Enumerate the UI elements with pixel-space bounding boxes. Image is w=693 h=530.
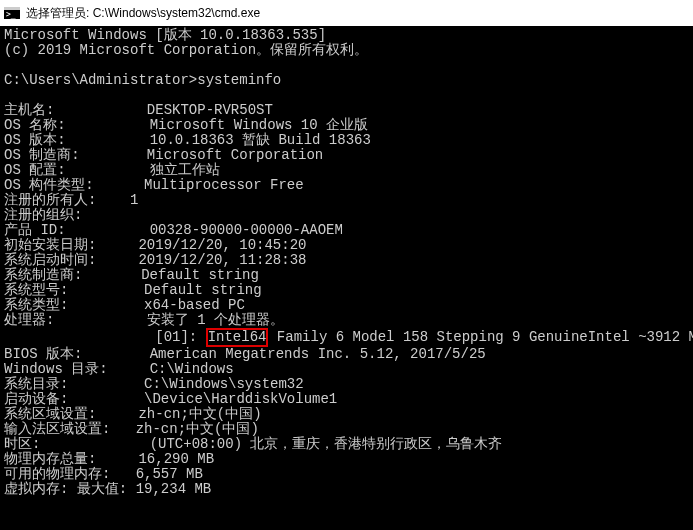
title-text: 管理员: C:\Windows\system32\cmd.exe: [50, 5, 260, 22]
cmd-icon: >_: [4, 7, 20, 19]
value-bios: American Megatrends Inc. 5.12, 2017/5/25: [150, 346, 486, 362]
window-titlebar[interactable]: >_ 选择 管理员: C:\Windows\system32\cmd.exe: [0, 0, 693, 26]
value-pid: 00328-90000-00000-AAOEM: [150, 222, 343, 238]
label-sysdir: 系统目录:: [4, 376, 68, 392]
label-syslocale: 系统区域设置:: [4, 406, 96, 422]
label-memavail: 可用的物理内存:: [4, 466, 110, 482]
label-install: 初始安装日期:: [4, 237, 96, 253]
banner-line-2: (c) 2019 Microsoft Corporation。保留所有权利。: [4, 42, 368, 58]
label-vmemmax: 虚拟内存: 最大值:: [4, 481, 127, 497]
value-install: 2019/12/20, 10:45:20: [138, 237, 306, 253]
value-oscfg: 独立工作站: [150, 162, 220, 178]
value-systype: x64-based PC: [144, 297, 245, 313]
value-syslocale: zh-cn;中文(中国): [138, 406, 261, 422]
value-boot: 2019/12/20, 11:28:38: [138, 252, 306, 268]
value-cpu-prefix: [01]:: [155, 329, 205, 345]
label-osname: OS 名称:: [4, 117, 66, 133]
value-cpu-highlight: Intel64: [208, 329, 267, 345]
value-osver: 10.0.18363 暂缺 Build 18363: [150, 132, 371, 148]
svg-text:>_: >_: [6, 10, 16, 19]
value-cpu-summary: 安装了 1 个处理器。: [147, 312, 284, 328]
value-memtot: 16,290 MB: [138, 451, 214, 467]
value-windir: C:\Windows: [150, 361, 234, 377]
value-bootdev: \Device\HarddiskVolume1: [144, 391, 337, 407]
label-osmfr: OS 制造商:: [4, 147, 80, 163]
value-cpu-rest: Family 6 Model 158 Stepping 9 GenuineInt…: [268, 329, 693, 345]
label-systype: 系统类型:: [4, 297, 68, 313]
value-osmfr: Microsoft Corporation: [147, 147, 323, 163]
label-sysmodel: 系统型号:: [4, 282, 68, 298]
label-pid: 产品 ID:: [4, 222, 66, 238]
label-inlocale: 输入法区域设置:: [4, 421, 110, 437]
label-tz: 时区:: [4, 436, 40, 452]
label-regorg: 注册的组织:: [4, 207, 82, 223]
value-inlocale: zh-cn;中文(中国): [136, 421, 259, 437]
label-osbuild: OS 构件类型:: [4, 177, 94, 193]
value-sysmfr: Default string: [141, 267, 259, 283]
value-memavail: 6,557 MB: [136, 466, 203, 482]
prompt-command: systeminfo: [197, 72, 281, 88]
label-boot: 系统启动时间:: [4, 252, 96, 268]
value-host: DESKTOP-RVR50ST: [147, 102, 273, 118]
title-prefix: 选择: [26, 5, 50, 22]
value-sysdir: C:\Windows\system32: [144, 376, 304, 392]
value-sysmodel: Default string: [144, 282, 262, 298]
value-tz: (UTC+08:00) 北京，重庆，香港特别行政区，乌鲁木齐: [150, 436, 503, 452]
highlight-box: Intel64: [206, 328, 269, 347]
label-oscfg: OS 配置:: [4, 162, 66, 178]
label-regowner: 注册的所有人:: [4, 192, 96, 208]
label-sysmfr: 系统制造商:: [4, 267, 82, 283]
value-osbuild: Multiprocessor Free: [144, 177, 304, 193]
value-regowner: 1: [130, 192, 138, 208]
label-bios: BIOS 版本:: [4, 346, 82, 362]
label-windir: Windows 目录:: [4, 361, 108, 377]
value-vmemmax: 19,234 MB: [136, 481, 212, 497]
label-host: 主机名:: [4, 102, 54, 118]
prompt-path: C:\Users\Administrator>: [4, 72, 197, 88]
label-bootdev: 启动设备:: [4, 391, 68, 407]
label-memtot: 物理内存总量:: [4, 451, 96, 467]
terminal-output[interactable]: Microsoft Windows [版本 10.0.18363.535] (c…: [0, 26, 693, 530]
label-osver: OS 版本:: [4, 132, 66, 148]
banner-line-1: Microsoft Windows [版本 10.0.18363.535]: [4, 27, 326, 43]
value-osname: Microsoft Windows 10 企业版: [150, 117, 368, 133]
label-cpu: 处理器:: [4, 312, 54, 328]
